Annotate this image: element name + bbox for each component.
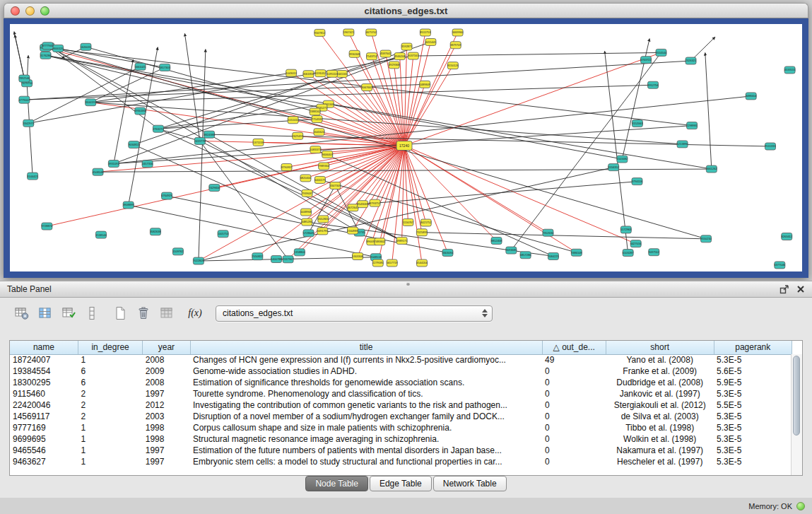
cell-name[interactable]: 9699695 xyxy=(10,433,78,445)
cell-year[interactable]: 2008 xyxy=(143,354,190,366)
cell-name[interactable]: 9115460 xyxy=(10,388,78,399)
cell-name[interactable]: 9463627 xyxy=(10,456,78,467)
delete-table-button[interactable] xyxy=(133,303,154,324)
close-panel-button[interactable] xyxy=(796,285,805,293)
cell-title[interactable]: Corpus callosum shape and size in male p… xyxy=(190,422,542,433)
column-header-in_degree[interactable]: in_degree xyxy=(78,341,142,354)
table-row[interactable]: 969969511998Structural magnetic resonanc… xyxy=(10,433,792,445)
tab-edge-table[interactable]: Edge Table xyxy=(370,476,432,491)
function-builder-button[interactable]: f(x) xyxy=(184,303,206,324)
window-titlebar[interactable]: citations_edges.txt xyxy=(4,3,808,18)
table-row[interactable]: 2242004622012Investigating the contribut… xyxy=(10,399,792,411)
table-row[interactable]: 1456911722003Disruption of a novel membe… xyxy=(10,411,792,422)
cell-out_degree[interactable]: 0 xyxy=(542,445,606,456)
cell-year[interactable]: 1997 xyxy=(143,456,190,467)
cell-short[interactable]: Jankovic et al. (1997) xyxy=(606,388,714,399)
cell-pagerank[interactable]: 5.6E-5 xyxy=(714,366,792,377)
cell-in_degree[interactable]: 2 xyxy=(78,411,142,422)
cell-title[interactable]: Structural magnetic resonance image aver… xyxy=(190,433,542,445)
new-table-button[interactable] xyxy=(110,303,131,324)
cell-year[interactable]: 2009 xyxy=(143,366,190,377)
cell-short[interactable]: Nakamura et al. (1997) xyxy=(606,445,714,456)
table-selector-dropdown[interactable]: citations_edges.txt xyxy=(216,305,493,322)
table-row[interactable]: 977716911998Corpus callosum shape and si… xyxy=(10,422,792,433)
cell-year[interactable]: 1997 xyxy=(143,388,190,399)
cell-out_degree[interactable]: 0 xyxy=(542,433,606,445)
cell-year[interactable]: 2008 xyxy=(143,377,190,388)
cell-in_degree[interactable]: 6 xyxy=(78,377,142,388)
cell-title[interactable]: Investigating the contribution of common… xyxy=(190,399,542,411)
cell-title[interactable]: Embryonic stem cells: a model to study s… xyxy=(190,456,542,467)
cell-in_degree[interactable]: 6 xyxy=(78,366,142,377)
table-row[interactable]: 946554611997Estimation of the future num… xyxy=(10,445,792,456)
column-header-title[interactable]: title xyxy=(190,341,542,354)
cell-pagerank[interactable]: 5.3E-5 xyxy=(714,433,792,445)
import-table-button[interactable] xyxy=(156,303,177,324)
select-rows-button[interactable] xyxy=(58,303,79,324)
cell-out_degree[interactable]: 0 xyxy=(542,388,606,399)
cell-title[interactable]: Estimation of the future numbers of pati… xyxy=(190,445,542,456)
cell-name[interactable]: 9777169 xyxy=(10,422,78,433)
cell-in_degree[interactable]: 1 xyxy=(78,456,142,467)
table-row[interactable]: 946362711997Embryonic stem cells: a mode… xyxy=(10,456,792,467)
cell-out_degree[interactable]: 0 xyxy=(542,366,606,377)
cell-out_degree[interactable]: 0 xyxy=(542,399,606,411)
table-row[interactable]: 1830029562008Estimation of significance … xyxy=(10,377,792,388)
cell-title[interactable]: Changes of HCN gene expression and I(f) … xyxy=(190,354,542,366)
float-panel-button[interactable] xyxy=(779,284,789,294)
splitter-handle[interactable] xyxy=(406,282,410,286)
tab-network-table[interactable]: Network Table xyxy=(433,476,507,491)
table-settings-button[interactable] xyxy=(11,303,33,324)
cell-name[interactable]: 19384554 xyxy=(10,366,78,377)
column-header-year[interactable]: year xyxy=(143,341,190,354)
cell-short[interactable]: de Silva et al. (2003) xyxy=(606,411,714,422)
cell-short[interactable]: Franke et al. (2009) xyxy=(606,366,714,377)
cell-pagerank[interactable]: 5.3E-5 xyxy=(714,388,792,399)
network-graph[interactable]: 3824388241977867649293342973245735669301… xyxy=(10,24,802,271)
cell-title[interactable]: Disruption of a novel member of a sodium… xyxy=(190,411,542,422)
cell-out_degree[interactable]: 0 xyxy=(542,422,606,433)
cell-name[interactable]: 22420046 xyxy=(10,399,78,411)
cell-short[interactable]: Hescheler et al. (1997) xyxy=(606,456,714,467)
cell-in_degree[interactable]: 1 xyxy=(78,422,142,433)
cell-title[interactable]: Estimation of significance thresholds fo… xyxy=(190,377,542,388)
vertical-scrollbar-thumb[interactable] xyxy=(793,356,800,436)
cell-short[interactable]: Tibbo et al. (1998) xyxy=(606,422,714,433)
cell-in_degree[interactable]: 2 xyxy=(78,399,142,411)
cell-in_degree[interactable]: 2 xyxy=(78,388,142,399)
cell-title[interactable]: Tourette syndrome. Phenomenology and cla… xyxy=(190,388,542,399)
column-header-pagerank[interactable]: pagerank xyxy=(714,341,792,354)
show-columns-button[interactable] xyxy=(35,303,56,324)
column-header-short[interactable]: short xyxy=(606,341,714,354)
cell-short[interactable]: Stergiakouli et al. (2012) xyxy=(606,399,714,411)
cell-in_degree[interactable]: 1 xyxy=(78,433,142,445)
cell-pagerank[interactable]: 5.3E-5 xyxy=(714,456,792,467)
table-row[interactable]: 1938455462009Genome-wide association stu… xyxy=(10,366,792,377)
column-header-name[interactable]: name xyxy=(10,341,78,354)
cell-name[interactable]: 14569117 xyxy=(10,411,78,422)
cell-in_degree[interactable]: 1 xyxy=(78,354,142,366)
cell-year[interactable]: 1997 xyxy=(143,445,190,456)
column-header-out_degree[interactable]: △ out_de... xyxy=(542,341,606,354)
cell-pagerank[interactable]: 5.9E-5 xyxy=(714,377,792,388)
cell-short[interactable]: Dudbridge et al. (2008) xyxy=(606,377,714,388)
cell-name[interactable]: 18300295 xyxy=(10,377,78,388)
cell-out_degree[interactable]: 0 xyxy=(542,377,606,388)
cell-short[interactable]: Wolkin et al. (1998) xyxy=(606,433,714,445)
cell-pagerank[interactable]: 5.5E-5 xyxy=(714,399,792,411)
cell-pagerank[interactable]: 5.3E-5 xyxy=(714,422,792,433)
cell-year[interactable]: 2012 xyxy=(143,399,190,411)
row-height-button[interactable] xyxy=(81,303,102,324)
cell-year[interactable]: 2003 xyxy=(143,411,190,422)
cell-name[interactable]: 9465546 xyxy=(10,445,78,456)
cell-in_degree[interactable]: 1 xyxy=(78,445,142,456)
table-row[interactable]: 1872400712008Changes of HCN gene express… xyxy=(10,354,792,366)
cell-name[interactable]: 18724007 xyxy=(10,354,78,366)
cell-year[interactable]: 1998 xyxy=(143,422,190,433)
cell-pagerank[interactable]: 5.3E-5 xyxy=(714,445,792,456)
cell-pagerank[interactable]: 5.3E-5 xyxy=(714,354,792,366)
table-row[interactable]: 911546021997Tourette syndrome. Phenomeno… xyxy=(10,388,792,399)
cell-out_degree[interactable]: 0 xyxy=(542,456,606,467)
cell-short[interactable]: Yano et al. (2008) xyxy=(606,354,714,366)
vertical-scrollbar[interactable] xyxy=(791,354,802,475)
